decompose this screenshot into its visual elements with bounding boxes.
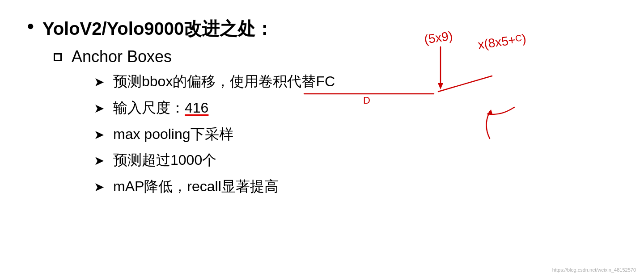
square-bullet-icon: [54, 53, 62, 61]
arrow-bullet-icon: ➤: [94, 126, 104, 143]
item-text-4: 预测超过1000个: [113, 150, 216, 170]
list-item: ➤ 预测超过1000个: [94, 150, 617, 170]
watermark: https://blog.csdn.net/weixin_48152570: [552, 267, 636, 273]
item-text-1: 预测bbox的偏移，使用卷积代替FC: [113, 71, 335, 92]
arrow-bullet-icon: ➤: [94, 152, 104, 169]
slide: ● YoloV2/Yolo9000改进之处： Anchor Boxes ➤ 预测…: [0, 0, 644, 277]
item-text-5: mAP降低，recall显著提高: [113, 176, 279, 197]
value-416: 416: [185, 100, 208, 116]
anchor-boxes-row: Anchor Boxes: [54, 47, 617, 66]
item-text-2: 输入尺度：416: [113, 98, 208, 118]
arrow-bullet-icon: ➤: [94, 73, 104, 91]
arrow-bullet-icon: ➤: [94, 178, 104, 196]
anchor-boxes-section: Anchor Boxes ➤ 预测bbox的偏移，使用卷积代替FC ➤ 输入尺度…: [54, 47, 617, 197]
item-text-3: max pooling下采样: [113, 124, 233, 144]
list-item: ➤ 输入尺度：416: [94, 98, 617, 118]
sub-items-list: ➤ 预测bbox的偏移，使用卷积代替FC ➤ 输入尺度：416 ➤ max po…: [94, 71, 617, 197]
main-title: YoloV2/Yolo9000改进之处：: [42, 18, 273, 39]
anchor-boxes-label: Anchor Boxes: [72, 47, 172, 66]
main-bullet-dot: ●: [27, 19, 34, 33]
arrow-bullet-icon: ➤: [94, 100, 104, 117]
list-item: ➤ mAP降低，recall显著提高: [94, 176, 617, 197]
main-bullet: ● YoloV2/Yolo9000改进之处：: [27, 18, 617, 39]
list-item: ➤ 预测bbox的偏移，使用卷积代替FC: [94, 71, 617, 92]
list-item: ➤ max pooling下采样: [94, 124, 617, 144]
